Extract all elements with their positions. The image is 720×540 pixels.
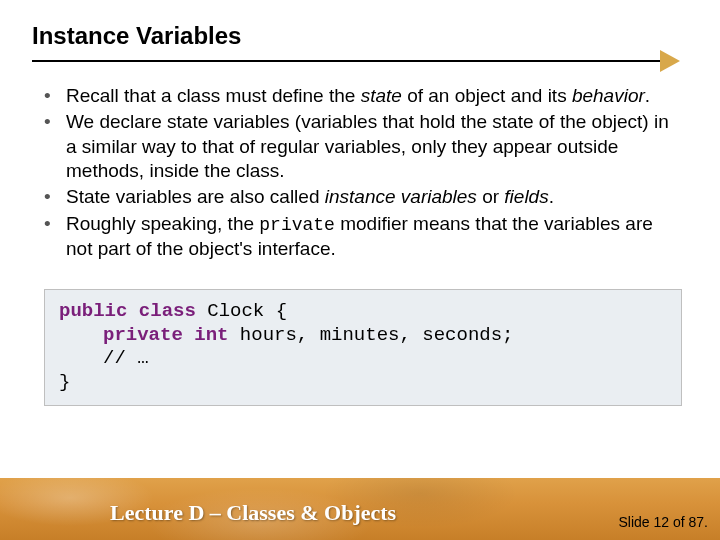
code-term: private: [259, 215, 335, 235]
code-box: public class Clock { private int hours, …: [44, 289, 682, 406]
footer: Lecture D – Classes & Objects Slide 12 o…: [0, 478, 720, 540]
keyword: public: [59, 300, 127, 322]
footer-lecture-title: Lecture D – Classes & Objects: [110, 500, 396, 526]
bullet-list: Recall that a class must define the stat…: [44, 84, 680, 261]
code-line-2: private int hours, minutes, seconds;: [59, 324, 667, 348]
slide: { "title": "Instance Variables", "bullet…: [0, 0, 720, 540]
code-text: Clock {: [196, 300, 287, 322]
text: or: [477, 186, 504, 207]
title-underline: [32, 56, 690, 70]
code-line-1: public class Clock {: [59, 300, 667, 324]
footer-slide-number: Slide 12 of 87.: [618, 514, 708, 530]
code-text: hours, minutes, seconds;: [228, 324, 513, 346]
bullet-2: We declare state variables (variables th…: [44, 110, 680, 183]
italic-term: fields: [504, 186, 548, 207]
bullet-1: Recall that a class must define the stat…: [44, 84, 680, 108]
text: .: [645, 85, 650, 106]
text: We declare state variables (variables th…: [66, 111, 669, 181]
text: Recall that a class must define the: [66, 85, 361, 106]
keyword: class: [139, 300, 196, 322]
code-text: }: [59, 371, 70, 393]
content-area: Recall that a class must define the stat…: [0, 76, 720, 261]
text: State variables are also called: [66, 186, 325, 207]
code-text: // …: [103, 347, 149, 369]
bullet-3: State variables are also called instance…: [44, 185, 680, 209]
code-line-3: // …: [59, 347, 667, 371]
keyword: int: [194, 324, 228, 346]
title-area: Instance Variables: [0, 0, 720, 76]
italic-term: behavior: [572, 85, 645, 106]
italic-term: state: [361, 85, 402, 106]
italic-term: instance variables: [325, 186, 477, 207]
code-line-4: }: [59, 371, 667, 395]
text: .: [549, 186, 554, 207]
keyword: private: [103, 324, 183, 346]
text: of an object and its: [402, 85, 572, 106]
bullet-4: Roughly speaking, the private modifier m…: [44, 212, 680, 261]
arrow-icon: [660, 50, 680, 72]
text: Roughly speaking, the: [66, 213, 259, 234]
slide-title: Instance Variables: [32, 22, 690, 50]
underline-line: [32, 60, 678, 62]
